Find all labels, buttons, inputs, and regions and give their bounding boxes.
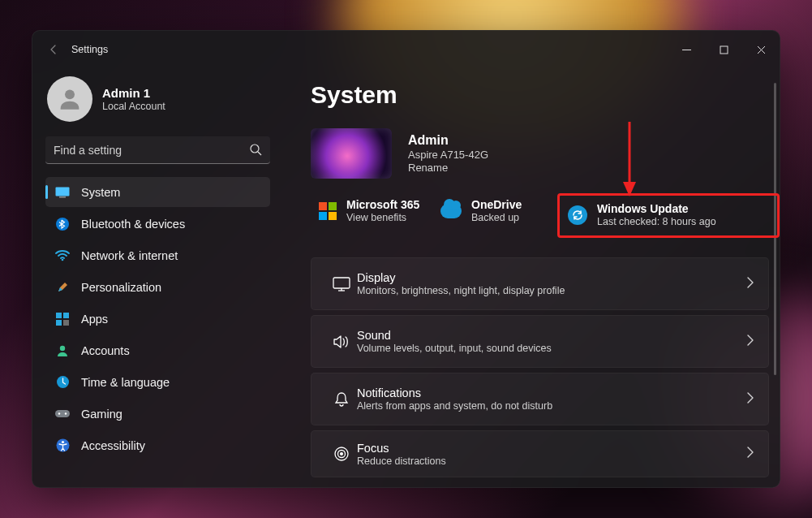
bell-icon	[326, 391, 357, 408]
svg-rect-6	[59, 196, 66, 198]
tile-onedrive[interactable]: OneDrive Backed up	[432, 193, 554, 228]
sidebar-item-system[interactable]: System	[45, 177, 270, 207]
svg-rect-5	[56, 187, 70, 196]
status-tile-row: Microsoft 365 View benefits OneDrive Bac…	[311, 193, 780, 238]
svg-rect-12	[63, 320, 69, 326]
device-name: Admin	[408, 133, 488, 148]
sidebar-item-accessibility[interactable]: Accessibility	[45, 430, 270, 460]
gamepad-icon	[55, 407, 70, 421]
sidebar-item-time-language[interactable]: Time & language	[45, 367, 270, 397]
sidebar-item-label: Apps	[81, 313, 108, 326]
back-button[interactable]	[39, 35, 68, 64]
svg-rect-9	[56, 313, 62, 318]
clock-globe-icon	[55, 375, 70, 390]
close-button[interactable]	[742, 37, 780, 63]
sidebar-item-label: Accessibility	[81, 439, 145, 452]
setting-sub: Volume levels, output, input, sound devi…	[357, 343, 747, 354]
setting-item-focus[interactable]: Focus Reduce distractions	[311, 430, 769, 477]
svg-point-2	[65, 89, 75, 99]
chevron-right-icon	[747, 447, 754, 461]
bluetooth-icon	[55, 217, 70, 231]
setting-title: Sound	[357, 329, 747, 342]
tile-sub: View benefits	[346, 212, 419, 223]
device-thumbnail	[311, 128, 392, 179]
app-title: Settings	[71, 44, 108, 55]
sync-icon	[568, 205, 587, 225]
tile-title: OneDrive	[471, 198, 522, 211]
setting-item-notifications[interactable]: Notifications Alerts from apps and syste…	[311, 373, 769, 425]
sidebar-item-gaming[interactable]: Gaming	[45, 399, 270, 429]
sidebar-item-accounts[interactable]: Accounts	[45, 335, 270, 365]
system-icon	[55, 185, 70, 200]
sidebar-item-network[interactable]: Network & internet	[45, 240, 270, 270]
setting-item-display[interactable]: Display Monitors, brightness, night ligh…	[311, 257, 769, 310]
person-icon	[55, 343, 70, 358]
tile-title: Windows Update	[597, 202, 716, 215]
setting-list: Display Monitors, brightness, night ligh…	[311, 257, 769, 477]
tile-sub: Backed up	[471, 212, 522, 223]
svg-point-25	[341, 453, 343, 455]
device-row: Admin Aspire A715-42G Rename	[311, 128, 780, 179]
setting-item-sound[interactable]: Sound Volume levels, output, input, soun…	[311, 315, 769, 368]
device-rename-link[interactable]: Rename	[408, 162, 488, 174]
page-title: System	[311, 81, 780, 109]
svg-point-13	[60, 345, 65, 350]
sidebar-item-label: Personalization	[81, 281, 161, 294]
chevron-right-icon	[747, 277, 754, 291]
sound-icon	[326, 335, 357, 349]
minimize-button[interactable]	[668, 37, 705, 63]
setting-sub: Reduce distractions	[357, 455, 747, 467]
nav: System Bluetooth & devices Network & int…	[45, 177, 270, 460]
svg-rect-20	[333, 278, 350, 288]
sidebar: Admin 1 Local Account System Bluetooth &…	[32, 68, 283, 487]
svg-point-8	[62, 258, 64, 261]
tile-title: Microsoft 365	[346, 198, 419, 211]
user-name: Admin 1	[102, 86, 165, 100]
sidebar-item-label: System	[81, 186, 120, 199]
svg-point-3	[251, 145, 259, 153]
sidebar-item-apps[interactable]: Apps	[45, 304, 270, 334]
search-wrap	[45, 136, 270, 164]
sidebar-item-label: Gaming	[81, 408, 122, 421]
settings-window: Settings Admin 1 Local Account	[32, 30, 780, 488]
tile-microsoft-365[interactable]: Microsoft 365 View benefits	[311, 193, 432, 228]
svg-rect-1	[720, 46, 728, 54]
display-icon	[326, 277, 357, 291]
annotation-arrow	[621, 122, 638, 199]
maximize-button[interactable]	[705, 37, 742, 63]
search-icon	[249, 143, 262, 159]
chevron-right-icon	[747, 335, 754, 349]
avatar	[47, 76, 92, 122]
device-model: Aspire A715-42G	[408, 149, 488, 161]
user-account-type: Local Account	[102, 101, 165, 112]
apps-icon	[55, 312, 70, 326]
sidebar-item-label: Network & internet	[81, 249, 178, 262]
svg-point-19	[61, 441, 63, 443]
setting-title: Focus	[357, 442, 747, 455]
wifi-icon	[55, 248, 70, 263]
svg-rect-10	[63, 313, 69, 318]
sidebar-item-personalization[interactable]: Personalization	[45, 272, 270, 302]
cloud-icon	[440, 204, 462, 218]
setting-title: Display	[357, 271, 747, 284]
accessibility-icon	[55, 438, 70, 453]
svg-point-16	[58, 412, 60, 414]
svg-line-4	[258, 152, 261, 155]
sidebar-item-bluetooth[interactable]: Bluetooth & devices	[45, 209, 270, 239]
chevron-right-icon	[747, 392, 754, 407]
titlebar: Settings	[32, 31, 780, 68]
svg-rect-11	[56, 320, 62, 326]
setting-sub: Monitors, brightness, night light, displ…	[357, 285, 747, 296]
focus-icon	[326, 446, 357, 462]
setting-title: Notifications	[357, 386, 747, 399]
svg-rect-15	[55, 410, 70, 417]
search-input[interactable]	[45, 136, 270, 164]
sidebar-item-label: Bluetooth & devices	[81, 218, 185, 231]
tile-sub: Last checked: 8 hours ago	[597, 216, 716, 227]
svg-point-17	[65, 412, 67, 414]
main-content: System Admin Aspire A715-42G Rename Micr…	[283, 68, 780, 487]
tile-windows-update[interactable]: Windows Update Last checked: 8 hours ago	[557, 193, 780, 238]
paintbrush-icon	[55, 280, 70, 295]
profile-block[interactable]: Admin 1 Local Account	[47, 76, 270, 122]
microsoft-logo-icon	[319, 202, 337, 220]
